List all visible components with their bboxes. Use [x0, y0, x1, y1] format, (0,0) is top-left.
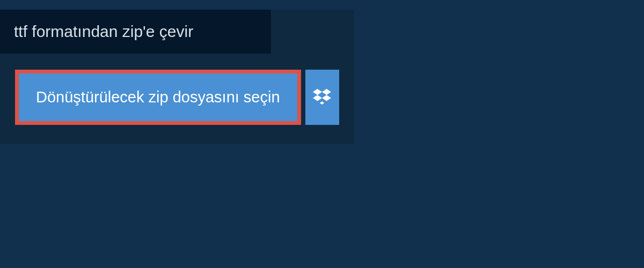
page-title: ttf formatından zip'e çevir — [0, 10, 271, 54]
converter-panel: ttf formatından zip'e çevir Dönüştürülec… — [0, 10, 354, 144]
select-file-button[interactable]: Dönüştürülecek zip dosyasını seçin — [15, 70, 301, 125]
dropbox-icon — [313, 87, 331, 108]
dropbox-button[interactable] — [305, 70, 339, 125]
select-file-button-label: Dönüştürülecek zip dosyasını seçin — [36, 88, 280, 106]
file-select-row: Dönüştürülecek zip dosyasını seçin — [0, 54, 354, 144]
